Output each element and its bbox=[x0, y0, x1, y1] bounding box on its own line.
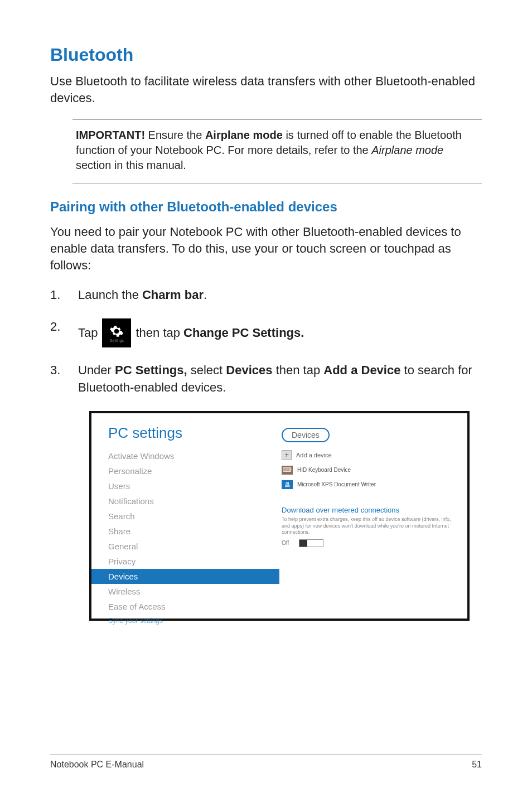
step-text: then tap bbox=[136, 325, 180, 342]
section-heading: Bluetooth bbox=[50, 45, 482, 65]
download-metered-description: To help prevent extra charges, keep this… bbox=[282, 516, 455, 536]
metered-toggle[interactable] bbox=[299, 539, 323, 547]
device-label: Microsoft XPS Document Writer bbox=[297, 481, 376, 487]
callout-italic: Airplane mode bbox=[371, 144, 443, 156]
add-device-label: Add a device bbox=[296, 452, 332, 458]
nav-notifications[interactable]: Notifications bbox=[108, 494, 274, 509]
plus-icon: + bbox=[282, 450, 292, 460]
page-footer: Notebook PC E-Manual 51 bbox=[50, 755, 482, 770]
footer-title: Notebook PC E-Manual bbox=[50, 760, 144, 770]
step-bold: Add a Device bbox=[323, 363, 400, 377]
callout-bold: Airplane mode bbox=[205, 129, 283, 141]
subsection-heading: Pairing with other Bluetooth-enabled dev… bbox=[50, 199, 482, 215]
devices-heading-circled: Devices bbox=[282, 428, 330, 442]
important-callout: IMPORTANT! Ensure the Airplane mode is t… bbox=[72, 119, 482, 183]
step-text: select bbox=[187, 363, 226, 377]
toggle-label: Off bbox=[282, 540, 289, 546]
pc-settings-title: PC settings bbox=[108, 424, 274, 442]
step-text: Under bbox=[78, 363, 115, 377]
nav-privacy[interactable]: Privacy bbox=[108, 554, 274, 569]
nav-wireless[interactable]: Wireless bbox=[108, 584, 274, 599]
step-text: Launch the bbox=[78, 288, 142, 302]
download-metered-heading: Download over metered connections bbox=[282, 506, 455, 514]
settings-charm-icon: Settings bbox=[102, 318, 131, 347]
nav-general[interactable]: General bbox=[108, 539, 274, 554]
nav-ease-of-access[interactable]: Ease of Access bbox=[108, 599, 274, 614]
step-number: 1. bbox=[50, 287, 78, 304]
step-number: 3. bbox=[50, 362, 78, 397]
settings-icon-label: Settings bbox=[110, 339, 124, 342]
step-bold: PC Settings, bbox=[115, 363, 187, 377]
footer-page-number: 51 bbox=[472, 760, 482, 770]
device-label: HID Keyboard Device bbox=[297, 467, 351, 473]
nav-sync-settings[interactable]: Sync your settings bbox=[108, 614, 274, 627]
step-bold: Change PC Settings. bbox=[183, 325, 304, 342]
nav-share[interactable]: Share bbox=[108, 524, 274, 539]
gear-icon bbox=[109, 324, 124, 339]
settings-nav: Activate Windows Personalize Users Notif… bbox=[108, 448, 274, 627]
step-text: Tap bbox=[78, 325, 98, 342]
step-2: 2. Tap Settings then tap Change PC Setti… bbox=[50, 318, 482, 347]
callout-text: section in this manual. bbox=[76, 159, 186, 171]
callout-label: IMPORTANT! bbox=[76, 129, 145, 141]
device-row-keyboard[interactable]: ⌨ HID Keyboard Device bbox=[282, 466, 455, 475]
step-text: . bbox=[204, 288, 207, 302]
step-3: 3. Under PC Settings, select Devices the… bbox=[50, 362, 482, 397]
intro2-paragraph: You need to pair your Notebook PC with o… bbox=[50, 224, 482, 273]
document-icon: 🖶 bbox=[282, 480, 293, 489]
step-bold: Charm bar bbox=[142, 288, 204, 302]
keyboard-icon: ⌨ bbox=[282, 466, 293, 475]
callout-text: Ensure the bbox=[145, 129, 205, 141]
step-text: then tap bbox=[273, 363, 324, 377]
intro-paragraph: Use Bluetooth to facilitate wireless dat… bbox=[50, 73, 482, 106]
nav-users[interactable]: Users bbox=[108, 479, 274, 494]
step-1: 1. Launch the Charm bar. bbox=[50, 287, 482, 304]
nav-search[interactable]: Search bbox=[108, 509, 274, 524]
toggle-knob bbox=[299, 540, 307, 547]
add-device-button[interactable]: + Add a device bbox=[282, 450, 455, 460]
nav-personalize[interactable]: Personalize bbox=[108, 463, 274, 479]
nav-devices[interactable]: Devices bbox=[91, 569, 279, 584]
step-bold: Devices bbox=[226, 363, 272, 377]
pc-settings-screenshot: PC settings Activate Windows Personalize… bbox=[89, 411, 470, 621]
device-row-xps[interactable]: 🖶 Microsoft XPS Document Writer bbox=[282, 480, 455, 489]
step-number: 2. bbox=[50, 318, 78, 347]
nav-activate-windows[interactable]: Activate Windows bbox=[108, 448, 274, 463]
